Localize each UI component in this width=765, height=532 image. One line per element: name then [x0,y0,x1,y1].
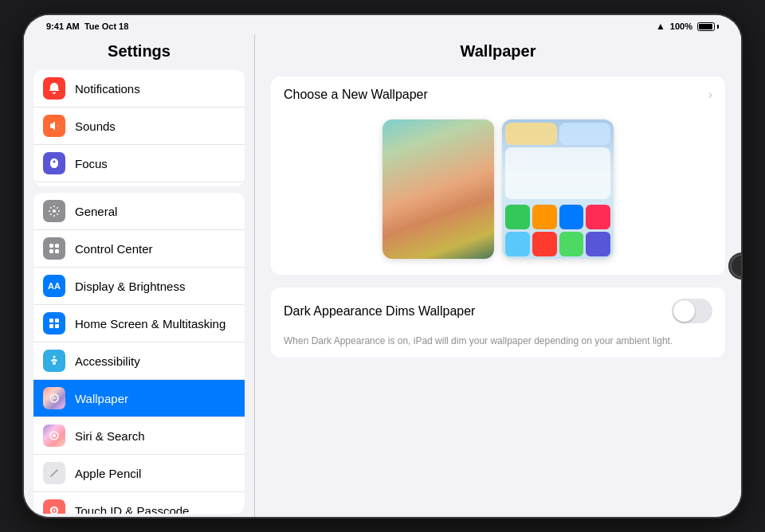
sidebar-item-focus[interactable]: Focus [33,145,245,182]
display-label: Display & Brightness [75,280,185,293]
display-icon: AA [43,275,65,297]
apple-pencil-icon [43,462,65,484]
battery-percent: 100% [670,22,692,31]
svg-point-3 [53,209,56,213]
svg-point-15 [53,397,54,398]
choose-wallpaper-label: Choose a New Wallpaper [284,88,428,102]
sidebar-item-display[interactable]: AA Display & Brightness [33,268,245,305]
sidebar-item-screen-time[interactable]: Screen Time [33,182,245,186]
status-right: ▲ 100% [656,21,719,32]
siri-label: Siri & Search [75,429,145,443]
wifi-icon: ▲ [656,21,665,32]
battery-icon [697,22,719,31]
svg-rect-4 [49,244,53,248]
main-area: Settings Notifications Sounds [24,34,741,517]
dark-appearance-toggle[interactable] [672,299,712,323]
choose-wallpaper-card: Choose a New Wallpaper › [271,76,725,275]
sidebar-item-accessibility[interactable]: Accessibility [33,342,245,380]
content-title: Wallpaper [255,34,741,67]
siri-icon [43,424,65,447]
sidebar-item-home-screen[interactable]: Home Screen & Multitasking [33,305,245,342]
sidebar-item-siri[interactable]: Siri & Search [33,417,245,455]
sidebar-title: Settings [24,34,254,67]
sidebar-item-notifications[interactable]: Notifications [33,70,245,108]
sounds-icon [43,115,65,137]
sidebar-item-general[interactable]: General [33,193,245,230]
sidebar-item-control-center[interactable]: Control Center [33,230,245,268]
content-body: Choose a New Wallpaper › [255,67,741,517]
dark-appearance-label: Dark Appearance Dims Wallpaper [284,304,475,319]
general-label: General [75,205,117,218]
svg-point-13 [53,356,56,358]
touch-id-label: Touch ID & Passcode [75,504,189,514]
svg-rect-10 [55,319,59,323]
sidebar-item-touch-id[interactable]: Touch ID & Passcode [33,492,245,514]
svg-rect-11 [49,324,53,328]
content-area: Wallpaper Choose a New Wallpaper › [255,34,741,517]
lock-screen-preview[interactable] [382,119,494,259]
dark-appearance-card: Dark Appearance Dims Wallpaper When Dark… [271,288,725,358]
control-center-icon [43,237,65,260]
accessibility-icon [43,350,65,372]
sounds-label: Sounds [75,119,116,133]
svg-rect-5 [55,244,59,248]
notifications-label: Notifications [75,82,140,96]
control-center-label: Control Center [75,242,153,256]
svg-point-17 [53,434,56,437]
status-time: 9:41 AM Tue Oct 18 [46,22,128,31]
sidebar-section-2: General Control Center AA Display & Brig… [33,193,245,514]
wallpaper-icon [43,387,65,409]
wallpaper-label: Wallpaper [75,392,128,405]
accessibility-label: Accessibility [75,354,140,368]
chevron-right-icon: › [708,88,712,102]
sidebar-item-sounds[interactable]: Sounds [33,108,245,145]
focus-icon [43,152,65,174]
svg-rect-12 [55,324,59,328]
home-screen-label: Home Screen & Multitasking [75,317,226,331]
touch-id-icon [43,499,65,514]
sidebar-item-wallpaper[interactable]: Wallpaper [33,380,245,417]
focus-label: Focus [75,157,108,170]
home-screen-icon [43,312,65,334]
sidebar-section-1: Notifications Sounds Focus [33,70,245,186]
home-screen-preview[interactable] [502,119,614,259]
choose-wallpaper-row[interactable]: Choose a New Wallpaper › [271,76,725,113]
svg-rect-6 [49,249,53,253]
sidebar: Settings Notifications Sounds [24,34,255,517]
status-bar: 9:41 AM Tue Oct 18 ▲ 100% [24,15,741,34]
svg-rect-7 [55,249,59,253]
svg-rect-9 [49,319,53,323]
svg-text:AA: AA [48,281,61,291]
ipad-frame: 9:41 AM Tue Oct 18 ▲ 100% Settings [24,15,741,517]
toggle-knob [673,300,695,322]
sidebar-item-apple-pencil[interactable]: Apple Pencil [33,455,245,492]
apple-pencil-label: Apple Pencil [75,467,141,480]
notifications-icon [43,77,65,100]
general-icon [43,200,65,222]
wallpaper-previews [271,113,725,275]
dark-appearance-description: When Dark Appearance is on, iPad will di… [271,334,725,358]
dark-appearance-row: Dark Appearance Dims Wallpaper [271,288,725,334]
